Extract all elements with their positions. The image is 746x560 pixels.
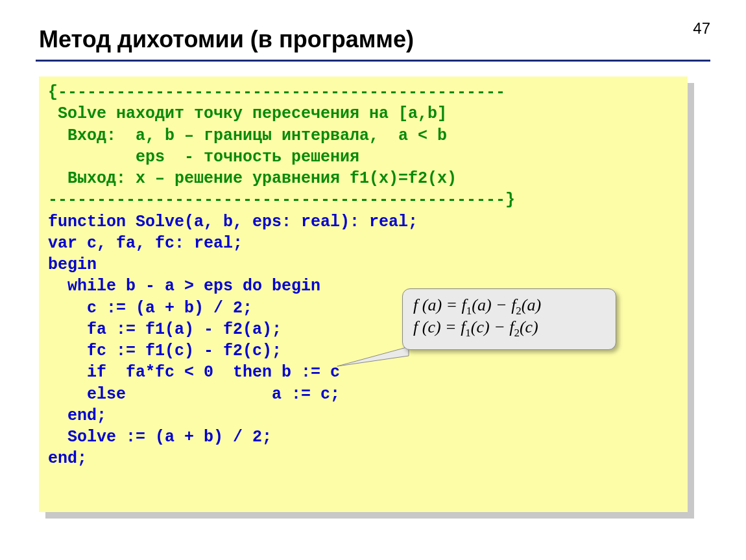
- code-line: end;: [48, 406, 106, 425]
- code-line: c := (a + b) / 2;: [48, 299, 252, 318]
- title-underline: [36, 60, 710, 62]
- code-line: if fa*fc < 0 then b := c: [48, 363, 340, 382]
- svg-marker-0: [337, 347, 409, 366]
- comment-line: ----------------------------------------…: [48, 191, 515, 209]
- code-line: Solve := (a + b) / 2;: [48, 428, 272, 447]
- comment-line: Solve находит точку пересечения на [a,b]: [48, 104, 447, 123]
- code-line: function Solve(a, b, eps: real): real;: [48, 213, 418, 231]
- slide-title: Метод дихотомии (в программе): [39, 26, 414, 53]
- code-line: begin: [48, 255, 97, 274]
- code-line: else a := c;: [48, 385, 340, 404]
- formula-line-2: f (c) = f1(c) − f2(c): [413, 318, 605, 340]
- page-number: 47: [693, 19, 710, 38]
- code-line: var c, fa, fc: real;: [48, 234, 243, 253]
- callout-pointer-icon: [337, 347, 415, 373]
- code-line: fa := f1(a) - f2(a);: [48, 320, 282, 339]
- comment-line: {---------------------------------------…: [48, 83, 505, 102]
- comment-line: Вход: a, b – границы интервала, a < b: [48, 126, 447, 145]
- comment-line: Выход: x – решение уравнения f1(x)=f2(x): [48, 169, 457, 188]
- comment-line: eps - точность решения: [48, 148, 359, 167]
- code-line: while b - a > eps do begin: [48, 277, 320, 296]
- code-line: fc := f1(c) - f2(c);: [48, 342, 282, 360]
- code-line: end;: [48, 449, 87, 468]
- formula-line-1: f (a) = f1(a) − f2(a): [413, 296, 605, 318]
- formula-callout: f (a) = f1(a) − f2(a) f (c) = f1(c) − f2…: [402, 288, 616, 350]
